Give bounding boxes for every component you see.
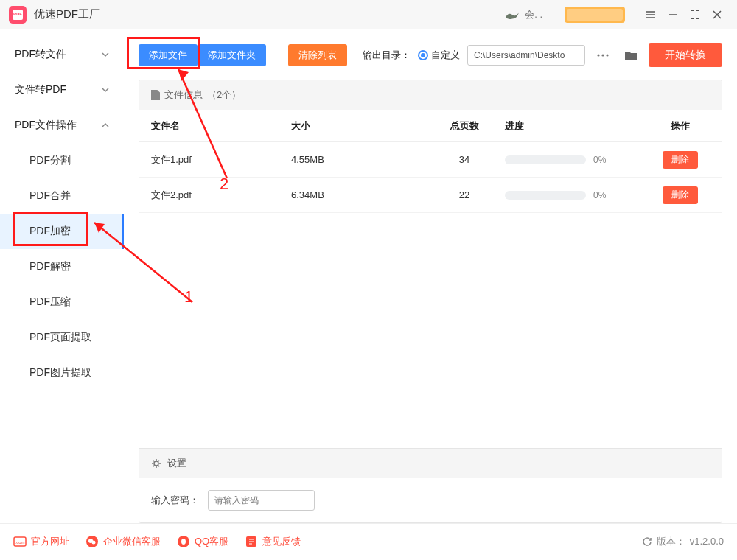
- folder-icon: [624, 50, 638, 60]
- radio-checked-icon: [418, 50, 428, 60]
- qq-icon: [177, 535, 190, 548]
- menu-button[interactable]: [640, 4, 662, 26]
- col-header-progress: 进度: [505, 119, 651, 133]
- col-header-size: 大小: [291, 119, 424, 133]
- sidebar-group-label: PDF文件操作: [15, 119, 77, 132]
- version-label: 版本：: [657, 535, 685, 548]
- fullscreen-icon: [691, 10, 699, 19]
- svg-point-8: [92, 540, 96, 544]
- globe-icon: .com: [13, 535, 27, 548]
- sidebar-item-merge[interactable]: PDF合并: [0, 178, 124, 214]
- add-folder-button[interactable]: 添加文件夹: [198, 44, 266, 66]
- sidebar-item-label: PDF压缩: [29, 295, 71, 309]
- svg-point-10: [181, 539, 186, 545]
- svg-text:.com: .com: [15, 540, 24, 545]
- start-convert-button[interactable]: 开始转换: [649, 43, 722, 67]
- upgrade-button[interactable]: [565, 7, 625, 23]
- sidebar-item-label: PDF合并: [29, 189, 71, 203]
- sidebar-group-label: PDF转文件: [15, 48, 66, 61]
- gear-icon: [151, 458, 161, 469]
- footer-link-label: 官方网址: [31, 535, 69, 548]
- sidebar-group-pdf-ops[interactable]: PDF文件操作: [0, 108, 124, 143]
- output-mode-radio[interactable]: 自定义: [418, 49, 460, 62]
- svg-point-0: [597, 54, 599, 56]
- sidebar-item-encrypt[interactable]: PDF加密: [0, 214, 124, 249]
- dragon-icon: [504, 8, 520, 21]
- file-panel-title: 文件信息: [164, 88, 203, 102]
- hamburger-icon: [646, 10, 656, 20]
- cell-pages: 34: [424, 154, 505, 165]
- progress-text: 0%: [593, 155, 606, 165]
- file-panel: 文件信息 （2个） 文件名 大小 总页数 进度 操作 文件1.pdf 4.55M…: [139, 80, 722, 523]
- version-value: v1.2.0.0: [690, 536, 724, 547]
- table-row: 文件1.pdf 4.55MB 34 0% 删除: [139, 142, 722, 178]
- clear-list-button[interactable]: 清除列表: [288, 44, 347, 66]
- col-header-action: 操作: [651, 119, 710, 133]
- file-panel-header: 文件信息 （2个）: [139, 80, 722, 110]
- open-folder-button[interactable]: [621, 45, 641, 66]
- col-header-name: 文件名: [151, 119, 291, 133]
- minimize-icon: [668, 10, 678, 20]
- sidebar-group-label: 文件转PDF: [15, 83, 66, 97]
- footer-official-site[interactable]: .com 官方网址: [13, 535, 69, 548]
- progress-text: 0%: [593, 190, 606, 200]
- sidebar: PDF转文件 文件转PDF PDF文件操作 PDF分割 PDF合并 PDF加密 …: [0, 29, 124, 523]
- more-button[interactable]: [593, 45, 613, 66]
- svg-point-1: [601, 54, 604, 56]
- app-logo: [9, 6, 27, 24]
- sidebar-item-extract-images[interactable]: PDF图片提取: [0, 355, 124, 391]
- footer-link-label: QQ客服: [195, 535, 228, 548]
- fullscreen-button[interactable]: [684, 4, 706, 26]
- output-mode-label: 自定义: [431, 49, 460, 62]
- toolbar: 添加文件 添加文件夹 清除列表 输出目录： 自定义 开始转换: [139, 38, 722, 72]
- progress-bar: [505, 191, 586, 200]
- minimize-button[interactable]: [662, 4, 684, 26]
- cell-pages: 22: [424, 189, 505, 200]
- footer-wechat-support[interactable]: 企业微信客服: [85, 535, 161, 548]
- cell-filename: 文件2.pdf: [151, 189, 291, 202]
- footer: .com 官方网址 企业微信客服 QQ客服 意见反馈 版本： v1.2.0.0: [0, 523, 737, 559]
- sidebar-item-label: PDF解密: [29, 260, 71, 273]
- svg-point-2: [606, 54, 608, 56]
- table-row: 文件2.pdf 6.34MB 22 0% 删除: [139, 178, 722, 213]
- svg-point-3: [154, 461, 158, 466]
- version-info[interactable]: 版本： v1.2.0.0: [642, 535, 724, 548]
- cell-size: 4.55MB: [291, 154, 424, 165]
- cell-size: 6.34MB: [291, 189, 424, 200]
- refresh-icon: [642, 536, 652, 547]
- sidebar-item-label: PDF页面提取: [29, 331, 91, 344]
- footer-feedback[interactable]: 意见反馈: [245, 535, 301, 548]
- title-bar: 优速PDF工厂 会. .: [0, 0, 737, 29]
- password-label: 输入密码：: [151, 494, 199, 507]
- delete-button[interactable]: 删除: [663, 186, 698, 204]
- sidebar-group-pdf-to-file[interactable]: PDF转文件: [0, 37, 124, 72]
- settings-title: 设置: [167, 457, 186, 470]
- sidebar-item-extract-pages[interactable]: PDF页面提取: [0, 320, 124, 355]
- wechat-icon: [85, 535, 99, 548]
- add-file-button[interactable]: 添加文件: [139, 44, 198, 66]
- output-dir-label: 输出目录：: [363, 49, 411, 62]
- sidebar-group-file-to-pdf[interactable]: 文件转PDF: [0, 72, 124, 108]
- close-icon: [712, 10, 722, 20]
- sidebar-item-label: PDF分割: [29, 154, 71, 167]
- footer-qq-support[interactable]: QQ客服: [177, 535, 228, 548]
- password-input[interactable]: [208, 490, 315, 511]
- output-path-input[interactable]: [467, 45, 585, 66]
- sidebar-item-split[interactable]: PDF分割: [0, 143, 124, 178]
- sidebar-item-decrypt[interactable]: PDF解密: [0, 249, 124, 284]
- close-button[interactable]: [706, 4, 728, 26]
- settings-panel: 设置 输入密码：: [139, 448, 722, 522]
- sidebar-item-label: PDF图片提取: [29, 366, 91, 379]
- sidebar-item-compress[interactable]: PDF压缩: [0, 284, 124, 320]
- footer-link-label: 意见反馈: [262, 535, 301, 548]
- file-panel-count: （2个）: [207, 88, 241, 102]
- sidebar-item-label: PDF加密: [29, 225, 71, 238]
- vip-indicator[interactable]: 会. .: [504, 8, 542, 21]
- cell-filename: 文件1.pdf: [151, 153, 291, 167]
- app-title: 优速PDF工厂: [34, 7, 100, 21]
- dots-icon: [597, 54, 609, 57]
- delete-button[interactable]: 删除: [663, 151, 698, 169]
- chevron-down-icon: [102, 51, 109, 58]
- vip-text: 会. .: [525, 8, 542, 21]
- table-header: 文件名 大小 总页数 进度 操作: [139, 110, 722, 142]
